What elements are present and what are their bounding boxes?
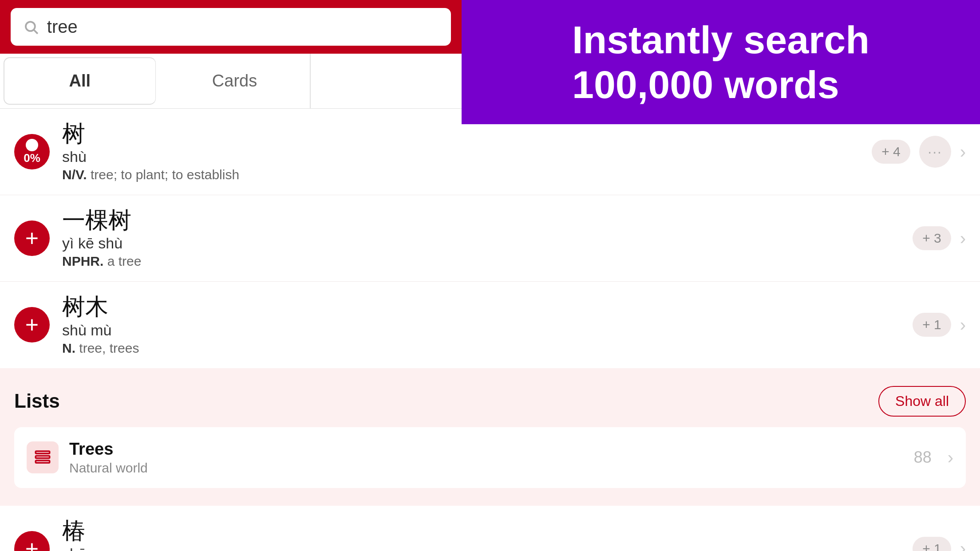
tab-cards[interactable]: Cards xyxy=(159,54,311,108)
word-actions: + 1 › xyxy=(913,313,966,337)
word-chinese: 椿 xyxy=(62,518,913,543)
word-info-yikeshu: 一棵树 yì kē shù NPHR. a tree xyxy=(62,208,913,269)
word-def-text: tree; to plant; to establish xyxy=(91,167,239,182)
plus-icon: + xyxy=(25,313,39,336)
word-count-badge: + 3 xyxy=(913,226,951,250)
list-rows-icon xyxy=(33,448,52,467)
search-input-wrapper xyxy=(11,8,451,46)
list-name: Trees xyxy=(69,440,903,459)
word-pos: NPHR. xyxy=(62,254,103,268)
more-options-button[interactable]: ··· xyxy=(919,136,951,168)
svg-rect-2 xyxy=(36,451,50,453)
word-pinyin: shù mù xyxy=(62,322,913,339)
lists-section: Lists Show all Trees Natural world 88 › xyxy=(0,368,980,497)
word-chinese: 树 xyxy=(62,121,872,146)
word-pinyin: yì kē shù xyxy=(62,235,913,252)
add-word-button[interactable]: + xyxy=(14,307,50,342)
chevron-right-icon: › xyxy=(960,142,966,162)
svg-line-1 xyxy=(34,30,38,33)
chevron-right-icon: › xyxy=(960,539,966,551)
word-definition: N. tree, trees xyxy=(62,341,913,356)
dot-icon xyxy=(26,139,38,151)
word-pos: N. xyxy=(62,341,75,355)
plus-icon: + xyxy=(25,227,39,250)
progress-label: 0% xyxy=(24,151,40,165)
tab-all[interactable]: All xyxy=(4,57,156,105)
word-chinese: 一棵树 xyxy=(62,208,913,233)
progress-indicator: 0% xyxy=(14,134,50,169)
word-definition: NPHR. a tree xyxy=(62,254,913,269)
word-count-badge: + 4 xyxy=(872,140,910,164)
word-actions: + 3 › xyxy=(913,226,966,250)
word-list: 0% 树 shù N/V. tree; to plant; to establi… xyxy=(0,109,980,368)
word-info-chun: 椿 chūn N. Chinese toon; tree of heaven; … xyxy=(62,518,913,551)
word-item-shumu: + 树木 shù mù N. tree, trees + 1 › xyxy=(0,282,980,368)
word-actions: + 1 › xyxy=(913,537,966,551)
word-chinese: 树木 xyxy=(62,294,913,319)
chevron-right-icon: › xyxy=(960,228,966,248)
word-pos: N/V. xyxy=(62,167,87,182)
show-all-button[interactable]: Show all xyxy=(878,386,966,417)
word-count-badge: + 1 xyxy=(913,313,951,337)
promo-panel: Instantly search 100,000 words xyxy=(462,0,980,124)
list-icon xyxy=(27,441,59,473)
tabs-container: All Cards xyxy=(0,54,462,109)
svg-rect-3 xyxy=(36,456,50,458)
bottom-words-section: + 椿 chūn N. Chinese toon; tree of heaven… xyxy=(0,506,980,551)
chevron-right-icon: › xyxy=(948,448,953,468)
plus-icon: + xyxy=(25,537,39,551)
add-word-button[interactable]: + xyxy=(14,220,50,256)
word-info-shu: 树 shù N/V. tree; to plant; to establish xyxy=(62,121,872,182)
word-definition: N/V. tree; to plant; to establish xyxy=(62,167,872,182)
svg-point-0 xyxy=(26,22,35,31)
promo-line2: 100,000 words xyxy=(572,62,869,107)
search-input[interactable] xyxy=(47,17,439,37)
more-dots-icon: ··· xyxy=(928,144,942,160)
add-word-button[interactable]: + xyxy=(14,531,50,551)
word-info-shumu: 树木 shù mù N. tree, trees xyxy=(62,294,913,355)
search-icon xyxy=(23,19,39,35)
list-count: 88 xyxy=(914,448,932,467)
list-category: Natural world xyxy=(69,460,903,476)
list-info: Trees Natural world xyxy=(69,440,903,476)
word-def-text2: a tree xyxy=(107,254,142,268)
word-pinyin: chūn xyxy=(62,545,913,551)
word-pinyin: shù xyxy=(62,148,872,165)
lists-title: Lists xyxy=(14,390,60,412)
lists-header: Lists Show all xyxy=(14,386,966,417)
svg-rect-4 xyxy=(36,460,50,463)
search-bar xyxy=(0,0,462,54)
promo-line1: Instantly search xyxy=(572,17,869,62)
word-def-text2: tree, trees xyxy=(79,341,139,355)
chevron-right-icon: › xyxy=(960,315,966,335)
word-item-chun: + 椿 chūn N. Chinese toon; tree of heaven… xyxy=(0,506,980,551)
promo-text: Instantly search 100,000 words xyxy=(572,17,869,107)
list-item-trees[interactable]: Trees Natural world 88 › xyxy=(14,427,966,488)
word-count-badge: + 1 xyxy=(913,537,951,551)
word-item-yikeshu: + 一棵树 yì kē shù NPHR. a tree + 3 › xyxy=(0,195,980,282)
word-actions: + 4 ··· › xyxy=(872,136,966,168)
